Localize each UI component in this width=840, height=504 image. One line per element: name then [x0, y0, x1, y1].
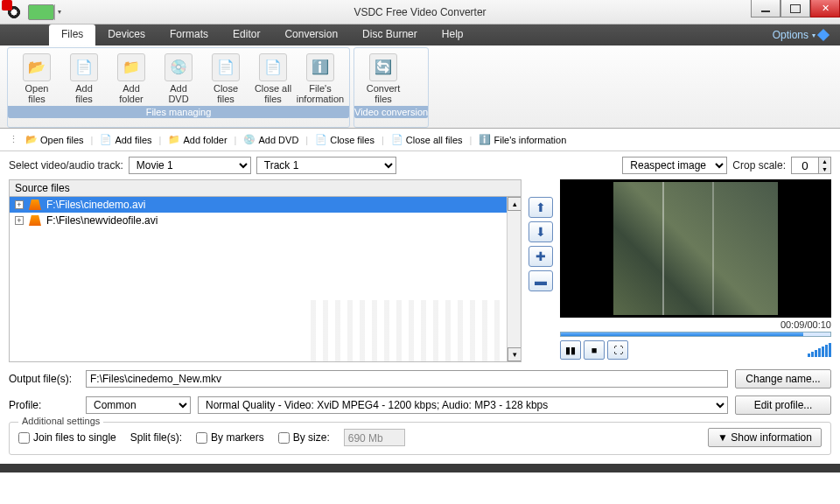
qat-dropdown[interactable]: ▾ [54, 4, 63, 20]
window-title: VSDC Free Video Converter [354, 6, 486, 18]
quick-toolbar: ⋮ 📂Open files| 📄Add files| 📁Add folder| … [0, 129, 840, 151]
source-header: Source files [9, 179, 522, 196]
close-all-files-icon: 📄 [259, 53, 287, 81]
tab-files[interactable]: Files [49, 24, 95, 46]
ribbon-group-video-conversion: 🔄Convert files Video conversion [354, 47, 429, 128]
close-icon: 📄 [315, 134, 327, 146]
qt-add-files[interactable]: 📄Add files [94, 132, 157, 148]
tab-formats[interactable]: Formats [158, 24, 220, 46]
size-value-combo: 690 Mb [344, 429, 405, 446]
ribbon-group-label: Video conversion [354, 106, 428, 118]
add-folder-button[interactable]: 📁Add folder [108, 52, 155, 106]
open-files-button[interactable]: 📂Open files [13, 52, 60, 106]
crop-up[interactable]: ▲ [818, 158, 830, 165]
qt-open-files[interactable]: 📂Open files [20, 132, 89, 148]
qt-close-all[interactable]: 📄Close all files [386, 132, 468, 148]
status-bar [0, 464, 840, 472]
by-size-checkbox[interactable]: By size: [278, 431, 330, 444]
show-information-button[interactable]: ▼ Show information [708, 428, 822, 447]
expand-icon[interactable]: + [15, 216, 24, 225]
info-icon: ℹ️ [306, 53, 334, 81]
file-info-button[interactable]: ℹ️File's information [297, 52, 344, 106]
qt-add-folder[interactable]: 📁Add folder [163, 132, 232, 148]
tab-devices[interactable]: Devices [95, 24, 158, 46]
minimize-button[interactable] [751, 0, 780, 18]
qt-add-dvd[interactable]: 💿Add DVD [238, 132, 304, 148]
source-file-row[interactable]: + F:\Files\cinedemo.avi [10, 197, 521, 213]
preview-video[interactable] [560, 179, 831, 318]
file-path: F:\Files\newvideofile.avi [46, 214, 158, 227]
ribbon-group-files-managing: 📂Open files 📄Add files 📁Add folder 💿Add … [7, 47, 350, 128]
add-files-icon: 📄 [70, 53, 98, 81]
track-select[interactable]: Track 1 [256, 157, 396, 174]
join-files-checkbox[interactable]: Join files to single [18, 431, 116, 444]
track-selector-label: Select video/audio track: [9, 159, 123, 172]
close-all-files-button[interactable]: 📄Close all files [249, 52, 297, 106]
move-up-button[interactable]: ⬆ [528, 197, 553, 218]
app-icon [4, 2, 24, 23]
crop-scale-input[interactable] [792, 158, 818, 173]
qt-file-info[interactable]: ℹ️File's information [473, 132, 571, 148]
fullscreen-button[interactable]: ⛶ [607, 340, 628, 360]
expand-icon[interactable]: + [15, 200, 24, 209]
add-item-button[interactable]: ✚ [528, 246, 553, 267]
profile-group-select[interactable]: Common [86, 396, 191, 414]
seek-bar[interactable] [560, 332, 831, 337]
profile-label: Profile: [9, 399, 79, 411]
additional-settings: Additional settings Join files to single… [9, 422, 831, 455]
file-path: F:\Files\cinedemo.avi [46, 199, 145, 211]
tab-editor[interactable]: Editor [220, 24, 272, 46]
preview-mode-select[interactable]: Reaspect image [622, 157, 727, 174]
maximize-button[interactable] [780, 0, 810, 18]
close-files-button[interactable]: 📄Close files [202, 52, 249, 106]
stop-button[interactable]: ■ [584, 340, 605, 360]
scroll-up-icon[interactable]: ▴ [508, 197, 522, 211]
source-header-label: Source files [15, 182, 70, 194]
add-dvd-button[interactable]: 💿Add DVD [155, 52, 202, 106]
tab-help[interactable]: Help [430, 24, 476, 46]
by-markers-checkbox[interactable]: By markers [196, 431, 264, 444]
convert-icon: 🔄 [369, 53, 397, 81]
source-file-row[interactable]: + F:\Files\newvideofile.avi [10, 213, 521, 228]
source-file-list[interactable]: + F:\Files\cinedemo.avi + F:\Files\newvi… [9, 196, 522, 362]
close-files-icon: 📄 [212, 53, 240, 81]
crop-scale-spinner[interactable]: ▲▼ [791, 157, 831, 174]
add-files-button[interactable]: 📄Add files [60, 52, 108, 106]
options-menu[interactable]: Options ▾ [767, 24, 833, 46]
edit-profile-button[interactable]: Edit profile... [735, 396, 831, 415]
pause-button[interactable]: ▮▮ [560, 340, 581, 360]
output-path-input[interactable] [86, 370, 728, 388]
video-file-icon [29, 200, 41, 210]
add-folder-icon: 📁 [117, 53, 145, 81]
close-all-icon: 📄 [391, 134, 403, 146]
qat-button[interactable] [28, 4, 54, 20]
close-button[interactable] [810, 0, 840, 18]
menubar: Files Devices Formats Editor Conversion … [0, 24, 840, 46]
additional-legend: Additional settings [18, 416, 103, 426]
preview-frame [613, 182, 778, 315]
qt-close-files[interactable]: 📄Close files [310, 132, 380, 148]
profile-detail-select[interactable]: Normal Quality - Video: XviD MPEG4 - 120… [198, 396, 728, 414]
scroll-down-icon[interactable]: ▾ [508, 347, 522, 361]
open-files-icon: 📂 [23, 53, 51, 81]
open-icon: 📂 [25, 134, 38, 146]
move-down-button[interactable]: ⬇ [528, 221, 553, 242]
crop-down[interactable]: ▼ [818, 165, 830, 173]
add-icon: 📄 [100, 134, 112, 146]
time-display: 00:09/00:10 [560, 318, 831, 332]
ribbon-group-label: Files managing [8, 106, 349, 118]
source-scrollbar[interactable]: ▴ ▾ [507, 197, 521, 361]
video-file-icon [29, 215, 41, 226]
add-dvd-icon: 💿 [164, 53, 192, 81]
change-name-button[interactable]: Change name... [735, 369, 831, 388]
tab-conversion[interactable]: Conversion [272, 24, 350, 46]
folder-icon: 📁 [168, 134, 180, 146]
tab-disc-burner[interactable]: Disc Burner [350, 24, 430, 46]
remove-item-button[interactable]: ▬ [528, 270, 553, 291]
preview-panel: 00:09/00:10 ▮▮ ■ ⛶ [560, 179, 831, 362]
filmroll-decoration [311, 300, 503, 362]
movie-select[interactable]: Movie 1 [129, 157, 251, 174]
convert-files-button[interactable]: 🔄Convert files [360, 52, 407, 106]
volume-indicator[interactable] [808, 343, 831, 357]
options-label: Options [773, 29, 808, 41]
